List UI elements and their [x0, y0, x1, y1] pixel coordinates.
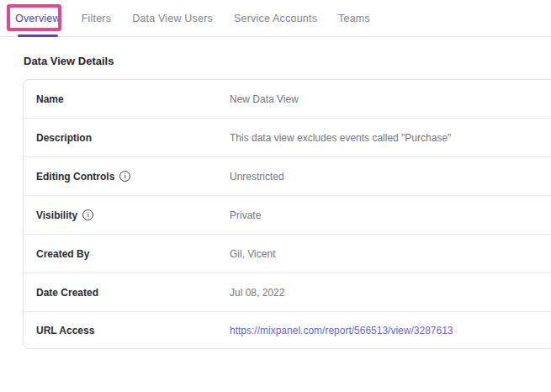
detail-row-url-access: URL Access https://mixpanel.com/report/5… — [24, 312, 551, 348]
row-label: Description — [36, 132, 230, 144]
row-label: Name — [36, 93, 230, 105]
tab-service-accounts[interactable]: Service Accounts — [234, 0, 317, 36]
row-value: Gil, Vicent — [230, 248, 275, 260]
info-icon[interactable]: i — [82, 209, 93, 220]
tab-data-view-users[interactable]: Data View Users — [132, 0, 213, 36]
tab-overview[interactable]: Overview — [15, 0, 61, 36]
row-label: Date Created — [36, 287, 230, 299]
data-view-details-card: Name New Data View Description This data… — [23, 79, 551, 349]
url-access-link[interactable]: https://mixpanel.com/report/566513/view/… — [230, 325, 453, 336]
detail-row-date-created: Date Created Jul 08, 2022 — [24, 273, 551, 312]
row-value: This data view excludes events called "P… — [230, 132, 451, 144]
settings-tabbar: Overview Filters Data View Users Service… — [0, 0, 551, 37]
row-label-text: Created By — [36, 248, 89, 260]
row-label-text: Editing Controls — [36, 171, 114, 183]
row-value: Jul 08, 2022 — [230, 287, 284, 299]
row-label-text: Description — [36, 132, 92, 144]
row-value: Private — [230, 209, 261, 221]
detail-row-editing-controls: Editing Controls i Unrestricted — [24, 157, 551, 196]
tab-filters[interactable]: Filters — [82, 0, 111, 36]
section-title: Data View Details — [24, 55, 551, 67]
row-label: URL Access — [36, 325, 230, 336]
row-label-text: Visibility — [36, 209, 77, 221]
detail-row-description: Description This data view excludes even… — [24, 119, 551, 157]
row-label-text: Name — [36, 93, 64, 105]
detail-row-visibility: Visibility i Private — [24, 196, 551, 235]
row-label: Editing Controls i — [36, 171, 230, 183]
detail-row-created-by: Created By Gil, Vicent — [24, 235, 551, 273]
row-label: Created By — [36, 248, 230, 260]
row-value: New Data View — [230, 93, 299, 105]
row-value: Unrestricted — [230, 171, 284, 183]
row-label-text: Date Created — [36, 287, 98, 299]
detail-row-name: Name New Data View — [24, 80, 551, 119]
row-label: Visibility i — [36, 209, 230, 221]
row-label-text: URL Access — [36, 325, 94, 336]
info-icon[interactable]: i — [119, 171, 130, 182]
tab-teams[interactable]: Teams — [338, 0, 370, 36]
